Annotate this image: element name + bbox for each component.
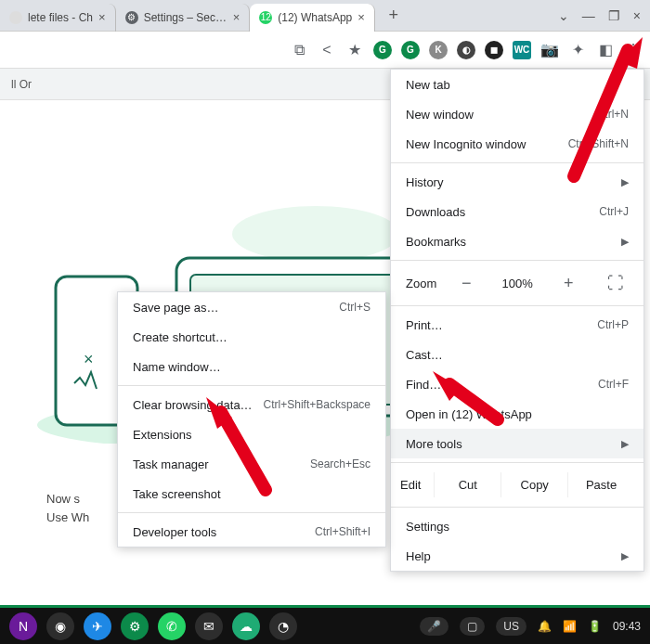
- label: Find…: [406, 378, 441, 392]
- menu-new-tab[interactable]: New tab: [391, 70, 644, 99]
- close-window-icon[interactable]: ×: [633, 8, 641, 23]
- app-icon[interactable]: ⚙: [121, 612, 149, 640]
- menu-more-tools[interactable]: More tools▶: [391, 429, 644, 458]
- extensions-puzzle-icon[interactable]: ✦: [568, 41, 587, 59]
- star-icon[interactable]: ★: [345, 41, 364, 59]
- tab-2[interactable]: 12 (12) WhatsApp ×: [250, 4, 375, 32]
- app-icon[interactable]: ◔: [269, 612, 297, 640]
- submenu-name-window[interactable]: Name window…: [118, 352, 385, 381]
- chevron-right-icon: ▶: [621, 176, 629, 188]
- label: More tools: [406, 437, 462, 451]
- app-icon[interactable]: ☁: [232, 612, 260, 640]
- shortcut: Ctrl+F: [598, 378, 629, 391]
- shortcut: Ctrl+Shift+Backspace: [264, 398, 370, 411]
- submenu-save-page[interactable]: Save page as…Ctrl+S: [118, 292, 385, 322]
- shortcut: Ctrl+N: [597, 108, 629, 121]
- tab-0[interactable]: lete files - Ch ×: [0, 4, 116, 32]
- separator: [118, 512, 385, 513]
- label: Name window…: [133, 360, 221, 374]
- notifications-icon[interactable]: 🔔: [538, 620, 552, 633]
- extension-icon[interactable]: G: [373, 41, 392, 59]
- extension-icon[interactable]: ◐: [457, 41, 475, 59]
- page-icon: [9, 11, 22, 24]
- label: Cast…: [406, 348, 443, 362]
- app-icon[interactable]: N: [9, 612, 37, 640]
- zoom-out-button[interactable]: −: [453, 270, 479, 296]
- shortcut: Ctrl+Shift+I: [315, 525, 370, 538]
- menu-dots-icon[interactable]: ⋮: [624, 41, 643, 59]
- close-icon[interactable]: ×: [358, 10, 365, 24]
- label: Help: [406, 549, 431, 563]
- menu-settings[interactable]: Settings: [391, 511, 644, 541]
- mic-icon[interactable]: 🎤: [420, 617, 448, 636]
- menu-open-in[interactable]: Open in (12) WhatsApp: [391, 399, 644, 429]
- extension-icon[interactable]: K: [429, 41, 448, 59]
- minimize-icon[interactable]: —: [582, 8, 595, 23]
- menu-print[interactable]: Print…Ctrl+P: [391, 310, 644, 340]
- launcher-icon[interactable]: ◉: [46, 612, 74, 640]
- bookmark-item[interactable]: ll Or: [11, 78, 32, 91]
- paste-button[interactable]: Paste: [567, 472, 634, 497]
- label: Take screenshot: [133, 487, 221, 501]
- chrome-main-menu: New tab New windowCtrl+N New Incognito w…: [390, 69, 644, 572]
- menu-new-window[interactable]: New windowCtrl+N: [391, 99, 644, 129]
- label: History: [406, 175, 443, 189]
- open-external-icon[interactable]: ⧉: [290, 41, 308, 59]
- maximize-icon[interactable]: ❐: [608, 8, 620, 23]
- menu-help[interactable]: Help▶: [391, 541, 644, 571]
- extension-icon[interactable]: G: [401, 41, 420, 59]
- share-icon[interactable]: <: [318, 41, 336, 59]
- copy-button[interactable]: Copy: [500, 472, 567, 497]
- submenu-task-manager[interactable]: Task managerSearch+Esc: [118, 449, 385, 479]
- fullscreen-icon[interactable]: ⛶: [603, 270, 629, 296]
- menu-incognito[interactable]: New Incognito windowCtrl+Shift+N: [391, 129, 644, 159]
- tab-label: (12) WhatsApp: [278, 11, 352, 24]
- clock[interactable]: 09:43: [613, 620, 641, 633]
- submenu-devtools[interactable]: Developer toolsCtrl+Shift+I: [118, 517, 385, 547]
- menu-zoom: Zoom − 100% + ⛶: [391, 264, 644, 302]
- menu-find[interactable]: Find…Ctrl+F: [391, 369, 644, 399]
- app-icon[interactable]: ✉: [195, 612, 223, 640]
- gear-icon: ⚙: [125, 11, 138, 24]
- app-icon[interactable]: ✆: [158, 612, 186, 640]
- menu-history[interactable]: History▶: [391, 167, 644, 197]
- battery-icon[interactable]: 🔋: [588, 620, 602, 633]
- sidepanel-icon[interactable]: ◧: [596, 41, 615, 59]
- zoom-in-button[interactable]: +: [555, 270, 581, 296]
- label: Create shortcut…: [133, 330, 228, 344]
- menu-bookmarks[interactable]: Bookmarks▶: [391, 226, 644, 256]
- app-icon[interactable]: ✈: [84, 612, 111, 640]
- label: New Incognito window: [406, 137, 526, 151]
- label: Developer tools: [133, 525, 216, 539]
- label: New window: [406, 108, 474, 122]
- browser-toolbar: ⧉ < ★ G G K ◐ ◼ WC 📷 ✦ ◧ ⋮: [0, 32, 650, 69]
- label: Edit: [400, 478, 434, 492]
- label: Zoom: [406, 277, 436, 290]
- label: Settings: [406, 520, 449, 534]
- wifi-icon[interactable]: 📶: [563, 620, 577, 633]
- close-icon[interactable]: ×: [233, 10, 240, 24]
- submenu-create-shortcut[interactable]: Create shortcut…: [118, 322, 385, 352]
- label: Downloads: [406, 205, 465, 219]
- submenu-screenshot[interactable]: Take screenshot: [118, 479, 385, 509]
- tab-1[interactable]: ⚙ Settings – Security ×: [116, 4, 251, 32]
- chevron-down-icon[interactable]: ⌄: [558, 8, 569, 23]
- submenu-clear-browsing[interactable]: Clear browsing data…Ctrl+Shift+Backspace: [118, 390, 385, 419]
- menu-downloads[interactable]: DownloadsCtrl+J: [391, 197, 644, 226]
- menu-cast[interactable]: Cast…: [391, 340, 644, 369]
- language-indicator[interactable]: US: [496, 617, 526, 636]
- label: Task manager: [133, 457, 209, 471]
- label: Clear browsing data…: [133, 398, 253, 412]
- tab-strip: lete files - Ch × ⚙ Settings – Security …: [0, 0, 650, 32]
- cut-button[interactable]: Cut: [434, 472, 500, 497]
- submenu-extensions[interactable]: Extensions: [118, 419, 385, 449]
- extension-icon[interactable]: WC: [513, 41, 531, 59]
- label: Bookmarks: [406, 235, 466, 249]
- close-icon[interactable]: ×: [98, 10, 106, 24]
- chevron-right-icon: ▶: [621, 236, 629, 248]
- new-tab-button[interactable]: +: [383, 5, 405, 27]
- shortcut: Ctrl+Shift+N: [568, 137, 629, 150]
- extension-icon[interactable]: ◼: [485, 41, 503, 59]
- cast-icon[interactable]: ▢: [460, 617, 485, 636]
- camera-icon[interactable]: 📷: [540, 41, 559, 59]
